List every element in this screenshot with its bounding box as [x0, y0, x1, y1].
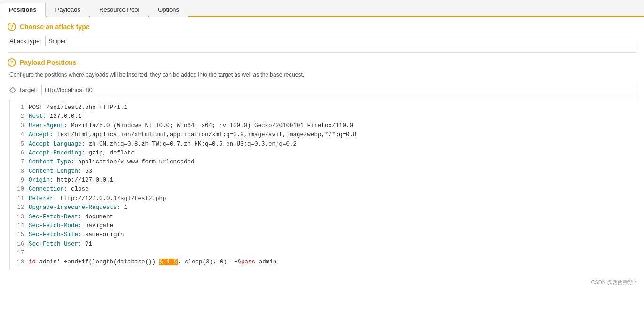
- payload-positions-title: Payload Positions: [20, 59, 77, 66]
- attack-type-label: Attack type:: [9, 38, 41, 45]
- payload-positions-help-icon[interactable]: ?: [8, 58, 16, 67]
- tab-options[interactable]: Options: [149, 3, 188, 17]
- code-line-11: 11 Referer: http://127.0.0.1/sql/test2.p…: [10, 194, 636, 203]
- payload-positions-header: ? Payload Positions: [8, 58, 636, 67]
- tab-bar: Positions Payloads Resource Pool Options: [0, 0, 644, 17]
- code-line-8: 8 Content-Length: 63: [10, 167, 636, 176]
- code-line-9: 9 Origin: http://127.0.0.1: [10, 176, 636, 185]
- code-line-17: 17: [10, 249, 636, 258]
- code-line-7: 7 Content-Type: application/x-www-form-u…: [10, 158, 636, 167]
- code-line-3: 3 User-Agent: Mozilla/5.0 (Windows NT 10…: [10, 122, 636, 131]
- watermark: CSDN @西西弗斯丶: [0, 276, 644, 288]
- code-line-14: 14 Sec-Fetch-Mode: navigate: [10, 222, 636, 231]
- tab-resource-pool[interactable]: Resource Pool: [90, 3, 148, 17]
- target-icon: [9, 87, 16, 93]
- section-divider-1: [8, 52, 636, 53]
- payload-positions-desc: Configure the positions where payloads w…: [8, 71, 636, 78]
- code-line-13: 13 Sec-Fetch-Dest: document: [10, 213, 636, 222]
- code-line-16: 16 Sec-Fetch-User: ?1: [10, 240, 636, 249]
- svg-marker-0: [10, 87, 16, 93]
- code-line-4: 4 Accept: text/html,application/xhtml+xm…: [10, 131, 636, 139]
- code-editor[interactable]: 1 POST /sql/test2.php HTTP/1.1 2 Host: 1…: [9, 100, 636, 270]
- attack-type-input[interactable]: [45, 36, 636, 46]
- code-line-2: 2 Host: 127.0.0.1: [10, 112, 636, 121]
- attack-type-help-icon[interactable]: ?: [8, 23, 16, 31]
- code-line-10: 10 Connection: close: [10, 185, 636, 194]
- code-line-12: 12 Upgrade-Insecure-Requests: 1: [10, 203, 636, 212]
- code-line-6: 6 Accept-Encoding: gzip, deflate: [10, 149, 636, 158]
- code-line-5: 5 Accept-Language: zh-CN,zh;q=0.8,zh-TW;…: [10, 140, 636, 149]
- code-line-18: 18 id=admin' +and+if(length(database())=…: [10, 258, 636, 267]
- attack-type-header: ? Choose an attack type: [8, 23, 636, 31]
- code-line-15: 15 Sec-Fetch-Site: same-origin: [10, 231, 636, 239]
- target-row: Target:: [8, 85, 636, 95]
- tab-payloads[interactable]: Payloads: [47, 3, 89, 17]
- attack-type-row: Attack type:: [8, 36, 636, 46]
- code-line-1: 1 POST /sql/test2.php HTTP/1.1: [10, 103, 636, 112]
- attack-type-title: Choose an attack type: [20, 23, 90, 31]
- target-label: Target:: [19, 86, 38, 93]
- target-input[interactable]: [41, 85, 636, 95]
- tab-positions[interactable]: Positions: [0, 3, 46, 17]
- main-content: ? Choose an attack type Attack type: ? P…: [0, 17, 644, 276]
